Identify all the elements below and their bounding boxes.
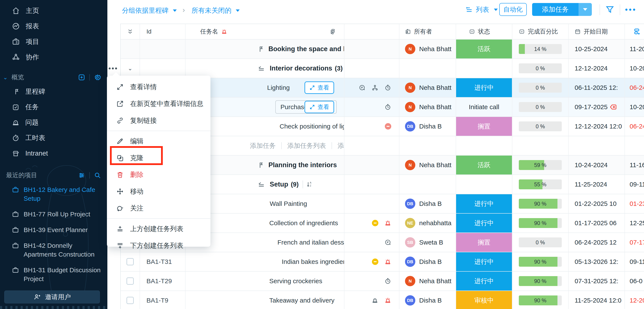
gear-icon[interactable]: [94, 74, 101, 81]
menu-item-move[interactable]: 移动: [107, 183, 210, 200]
owner-name: Neha Bhatt: [419, 161, 452, 169]
hierarchy-icon[interactable]: [330, 29, 336, 35]
sidebar-item-home[interactable]: 主页: [0, 3, 107, 19]
invite-users-button[interactable]: 邀请用户: [4, 290, 100, 303]
add-square-icon[interactable]: [78, 74, 85, 81]
overview-section-header[interactable]: ⌄ 概览: [0, 71, 107, 84]
menu-item-view-new-tab[interactable]: 在新页签中查看详细信息: [107, 95, 210, 112]
menu-item-delete[interactable]: 删除: [107, 166, 210, 183]
status-badge[interactable]: 搁置: [456, 117, 512, 136]
sidebar-item-issues[interactable]: 问题: [0, 115, 107, 130]
status-badge[interactable]: 进行中: [456, 214, 512, 232]
menu-item-clone[interactable]: 克隆: [107, 150, 210, 166]
status-badge[interactable]: Initiate call: [456, 98, 512, 116]
blocked-icon[interactable]: [385, 123, 391, 130]
view-task-button[interactable]: 查看: [304, 101, 334, 113]
add-tasklist-inline[interactable]: 添加任务列表: [287, 141, 326, 150]
project-item[interactable]: BH1-31 Budget Discussion Project: [0, 262, 107, 287]
priority-icon[interactable]: [372, 220, 378, 226]
sidebar-item-milestones[interactable]: 里程碑: [0, 84, 107, 99]
status-badge[interactable]: 进行中: [456, 194, 512, 213]
clear-date-icon[interactable]: [610, 103, 617, 111]
milestone-flag-icon: [256, 45, 264, 53]
tasklist-count: (3): [335, 65, 343, 72]
menu-item-view-details[interactable]: 查看详情: [107, 79, 210, 95]
automation-button[interactable]: 自动化: [499, 3, 527, 16]
column-header-id[interactable]: Id: [140, 24, 186, 39]
column-header-percent[interactable]: 完成百分比: [512, 24, 569, 39]
priority-icon[interactable]: [372, 258, 378, 265]
filter-sliders-icon[interactable]: [78, 172, 85, 179]
column-header-status[interactable]: 状态: [456, 24, 512, 39]
project-item[interactable]: BH1-12 Bakery and Cafe Setup: [0, 182, 107, 206]
status-badge[interactable]: 进行中: [456, 78, 512, 97]
sort-az-icon[interactable]: AZ: [306, 181, 312, 188]
add-column-icon[interactable]: [633, 28, 641, 36]
status-badge[interactable]: 活跃: [456, 156, 512, 174]
status-badge[interactable]: 活跃: [456, 40, 512, 59]
subtask-icon[interactable]: [372, 84, 378, 91]
menu-item-copy-link[interactable]: 复制链接: [107, 112, 210, 129]
column-header-due[interactable]: [625, 24, 644, 39]
collapse-row-icon[interactable]: ⌄: [128, 65, 132, 72]
row-checkbox[interactable]: [126, 258, 134, 265]
link-icon: [116, 117, 124, 124]
menu-item-follow[interactable]: 关注: [107, 200, 210, 217]
menu-item-edit[interactable]: 编辑: [107, 133, 210, 150]
progress-label: 0 %: [519, 102, 562, 112]
more-options-icon[interactable]: [625, 9, 635, 11]
issue-icon[interactable]: [372, 297, 378, 304]
menu-item-create-list-below[interactable]: 下方创建任务列表: [107, 237, 210, 254]
collapse-all-header[interactable]: [121, 24, 140, 39]
table-row-milestone[interactable]: Booking the space and budget plan NNeha …: [121, 40, 644, 59]
sidebar-item-timesheet[interactable]: 工时表: [0, 130, 107, 146]
timer-icon[interactable]: [384, 104, 391, 110]
comment-icon[interactable]: [358, 84, 366, 91]
sidebar-item-collaboration[interactable]: 协作: [0, 50, 107, 65]
invite-user-icon: [34, 293, 41, 301]
add-task-inline[interactable]: 添加任务: [250, 141, 276, 150]
add-task-dropdown[interactable]: [578, 3, 592, 16]
view-switcher[interactable]: 列表: [466, 5, 498, 14]
alarm-icon[interactable]: [384, 220, 391, 226]
table-row-tasklist[interactable]: ⌄ Interior decorations (3) AZ 0 % 12-12-…: [121, 59, 644, 78]
alarm-icon[interactable]: [384, 297, 391, 304]
add-task-split-button[interactable]: 添加任务: [532, 3, 592, 16]
sidebar-item-intranet[interactable]: Intranet: [0, 146, 107, 161]
comment-icon[interactable]: [384, 239, 391, 246]
row-checkbox[interactable]: [126, 277, 134, 285]
filter-icon[interactable]: [605, 5, 614, 14]
column-header-start-date[interactable]: 开始日期: [569, 24, 625, 39]
view-filter-dropdown[interactable]: 所有未关闭的: [192, 6, 240, 15]
sidebar-item-tasks[interactable]: 任务: [0, 99, 107, 115]
project-item[interactable]: BH1-42 Donnelly Apartments Construction: [0, 238, 107, 262]
menu-item-create-list-above[interactable]: 上方创建任务列表: [107, 220, 210, 237]
status-badge[interactable]: 进行中: [456, 252, 512, 271]
row-more-options-icon[interactable]: [109, 65, 121, 72]
group-by-dropdown[interactable]: 分组依据里程碑: [122, 6, 177, 15]
sidebar-item-reports[interactable]: 报表: [0, 19, 107, 34]
status-badge[interactable]: 搁置: [456, 233, 512, 252]
avatar: N: [405, 160, 415, 170]
table-row-task[interactable]: BA1-T31 Indian bakes ingredients to be c…: [121, 252, 644, 272]
timer-icon[interactable]: [384, 84, 391, 91]
table-row-task[interactable]: BA1-T29 Serving crockeries NNeha Bhatt 进…: [121, 272, 644, 291]
status-badge[interactable]: 进行中: [456, 272, 512, 290]
project-item[interactable]: BH1-77 Roll Up Project: [0, 206, 107, 222]
task-name: Collection of ingredients: [269, 219, 338, 227]
view-switcher-label: 列表: [476, 5, 489, 14]
column-header-name[interactable]: 任务名: [186, 24, 344, 39]
column-header-owner[interactable]: 所有者: [400, 24, 456, 39]
add-milestones-inline[interactable]: 添加Milestones: [338, 141, 344, 150]
row-checkbox[interactable]: [126, 297, 134, 304]
table-row-task[interactable]: BA1-T9 Takeaway and delivery DBDisha B 审…: [121, 291, 644, 309]
due-date: 10-20: [630, 65, 644, 72]
search-icon[interactable]: [94, 172, 101, 179]
avatar: N: [405, 102, 415, 112]
status-badge[interactable]: 审核中: [456, 291, 512, 309]
sidebar-item-projects[interactable]: 项目: [0, 34, 107, 50]
view-task-button[interactable]: 查看: [304, 81, 334, 94]
alarm-icon[interactable]: [384, 258, 391, 265]
timer-icon[interactable]: [384, 278, 391, 284]
project-item[interactable]: BH1-39 Event Planner: [0, 222, 107, 238]
